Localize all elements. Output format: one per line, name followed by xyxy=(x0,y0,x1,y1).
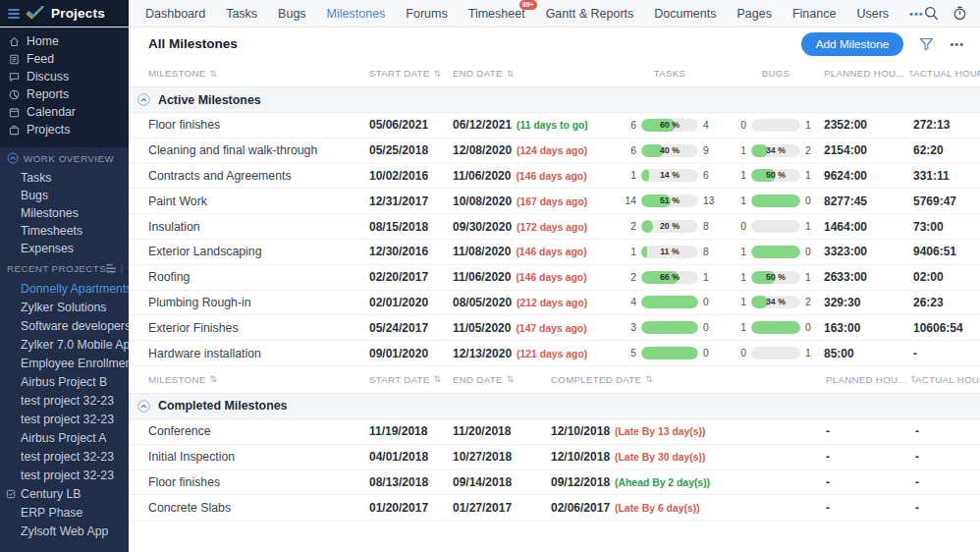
tasks-progress: 266 %1 xyxy=(612,271,728,284)
topnav-item-gantt-reports[interactable]: Gantt & Reports xyxy=(546,7,634,21)
recent-project-item[interactable]: Donnelly Apartments C xyxy=(0,279,129,298)
col-header-milestone[interactable]: MILESTONE⇅ xyxy=(129,374,369,385)
milestone-row[interactable]: Exterior Finishes05/24/201711/05/2020(14… xyxy=(129,315,980,341)
milestone-name[interactable]: Insulation xyxy=(129,220,369,234)
topnav-item-documents[interactable]: Documents xyxy=(654,7,716,21)
milestone-row[interactable]: Floor finishes05/06/202106/12/2021(11 da… xyxy=(129,113,980,138)
milestone-name[interactable]: Concrete Slabs xyxy=(129,501,369,515)
project-icon xyxy=(6,489,16,499)
topnav-item-tasks[interactable]: Tasks xyxy=(226,7,257,21)
col-header-milestone[interactable]: MILESTONE⇅ xyxy=(129,68,369,79)
completed-milestones-section[interactable]: Completed Milestones xyxy=(129,394,980,419)
sidebar-item-timesheets[interactable]: Timesheets xyxy=(0,222,129,240)
milestone-name[interactable]: Contracts and Agreements xyxy=(129,169,369,183)
recent-project-item[interactable]: test project 32-23 xyxy=(0,410,129,428)
col-header-start-date[interactable]: START DATE⇅ xyxy=(369,68,453,79)
bugs-progress: 10 xyxy=(728,321,824,334)
milestone-row[interactable]: Hardware installation09/01/202012/13/202… xyxy=(129,341,980,366)
completed-date: 12/10/2018 xyxy=(551,424,610,438)
col-header-end-date[interactable]: END DATE⇅ xyxy=(453,374,551,385)
sidebar-item-home[interactable]: Home xyxy=(0,32,129,50)
recent-project-item[interactable]: Airbus Project A xyxy=(0,428,129,447)
col-header-planned-hours[interactable]: PLANNED HOU...⇅ xyxy=(824,68,913,79)
due-note: (146 days ago) xyxy=(516,247,586,257)
milestone-name[interactable]: Paint Work xyxy=(129,194,369,208)
topnav-more-icon[interactable]: ••• xyxy=(909,8,924,20)
add-milestone-button[interactable]: Add Milestone xyxy=(801,32,904,56)
col-header-end-date[interactable]: END DATE⇅ xyxy=(453,68,612,79)
recent-project-item[interactable]: Zylker Solutions xyxy=(0,298,129,316)
milestone-row[interactable]: Concrete Slabs01/20/201701/27/201702/06/… xyxy=(129,495,980,521)
milestone-name[interactable]: Hardware installation xyxy=(129,347,369,360)
filter-icon[interactable] xyxy=(919,37,934,51)
recent-project-item[interactable]: test project 32-23 xyxy=(0,466,129,484)
milestone-name[interactable]: Plumbing Rough-in xyxy=(129,296,369,309)
milestone-name[interactable]: Roofing xyxy=(129,270,369,284)
sidebar-item-feed[interactable]: Feed xyxy=(0,50,129,68)
topnav-item-milestones[interactable]: Milestones xyxy=(327,7,386,21)
milestone-row[interactable]: Plumbing Rough-in02/01/202008/05/2020(21… xyxy=(129,291,980,316)
milestone-row[interactable]: Roofing02/20/201711/06/2020(146 days ago… xyxy=(129,265,980,291)
recent-project-item[interactable]: Zylker 7.0 Mobile App xyxy=(0,335,129,354)
col-header-actual-hours[interactable]: ACTUAL HOUR...⇅ xyxy=(913,68,980,79)
recent-project-item[interactable]: test project 32-23 xyxy=(0,447,129,466)
col-header-completed-date[interactable]: COMPLETED DATE⇅ xyxy=(551,374,826,385)
app-window: Projects DashboardTasksBugsMilestonesFor… xyxy=(0,0,980,552)
sidebar-item-expenses[interactable]: Expenses xyxy=(0,240,129,257)
active-milestones-section[interactable]: Active Milestones xyxy=(129,87,980,113)
sidebar-item-discuss[interactable]: Discuss xyxy=(0,68,129,85)
hamburger-menu-icon[interactable] xyxy=(8,9,20,19)
col-header-start-date[interactable]: START DATE⇅ xyxy=(369,374,453,385)
progress-bar: 34 % xyxy=(751,296,800,308)
progress-percent: 34 % xyxy=(751,296,800,308)
topnav-item-forums[interactable]: Forums xyxy=(406,7,447,21)
planned-hours: 8277:45 xyxy=(824,194,913,208)
sidebar-item-tasks[interactable]: Tasks xyxy=(0,169,129,187)
col-header-planned-hours[interactable]: PLANNED HOU...⇅ xyxy=(826,374,915,385)
recent-project-item[interactable]: ERP Phase xyxy=(0,503,129,522)
milestone-name[interactable]: Exterior Landscaping xyxy=(129,245,369,258)
milestone-name[interactable]: Exterior Finishes xyxy=(129,321,369,335)
milestone-name[interactable]: Conference xyxy=(129,424,369,438)
milestone-row[interactable]: Insulation08/15/201809/30/2020(172 days … xyxy=(129,214,980,240)
search-icon[interactable] xyxy=(924,6,940,22)
milestone-row[interactable]: Contracts and Agreements10/02/201611/06/… xyxy=(129,164,980,190)
timer-icon[interactable] xyxy=(953,6,968,22)
sidebar-item-calendar[interactable]: Calendar xyxy=(0,103,129,121)
milestone-row[interactable]: Exterior Landscaping12/30/201611/08/2020… xyxy=(129,240,980,265)
sidebar-item-milestones[interactable]: Milestones xyxy=(0,204,129,222)
sidebar-section-recent-projects: RECENT PROJECTS | xyxy=(0,257,129,279)
topnav-item-finance[interactable]: Finance xyxy=(792,7,836,21)
open-count: 0 xyxy=(703,348,709,359)
sidebar-item-projects[interactable]: Projects xyxy=(0,121,129,138)
topnav-item-pages[interactable]: Pages xyxy=(737,7,772,21)
topnav-item-users[interactable]: Users xyxy=(856,7,889,21)
project-list-icon[interactable] xyxy=(106,264,117,273)
milestone-row[interactable]: Initial Inspection04/01/201810/27/201812… xyxy=(129,445,980,470)
recent-project-item[interactable]: Employee Enrollment xyxy=(0,354,129,372)
sidebar-section-work-overview[interactable]: WORK OVERVIEW xyxy=(0,147,129,169)
milestone-row[interactable]: Conference11/19/201811/20/201812/10/2018… xyxy=(129,419,980,445)
milestone-name[interactable]: Cleaning and final walk-through xyxy=(129,143,369,157)
recent-project-item[interactable]: Zylsoft Web App xyxy=(0,522,129,540)
more-options-icon[interactable]: ••• xyxy=(950,38,964,50)
topnav-item-timesheet[interactable]: Timesheet99+ xyxy=(468,7,525,21)
recent-project-item[interactable]: test project 32-23 xyxy=(0,391,129,410)
recent-project-item[interactable]: Software developers re xyxy=(0,316,129,335)
topnav-item-dashboard[interactable]: Dashboard xyxy=(145,7,205,21)
milestone-name[interactable]: Initial Inspection xyxy=(129,450,369,464)
col-header-actual-hours[interactable]: ACTUAL HOUR...⇅ xyxy=(915,374,980,385)
topnav-item-bugs[interactable]: Bugs xyxy=(278,7,306,21)
collapse-section-icon xyxy=(137,400,150,413)
sidebar-item-bugs[interactable]: Bugs xyxy=(0,187,129,204)
milestone-name[interactable]: Floor finishes xyxy=(129,475,369,489)
milestone-row[interactable]: Paint Work12/31/201710/08/2020(167 days … xyxy=(129,189,980,214)
milestone-row[interactable]: Floor finishes08/13/201809/14/201809/12/… xyxy=(129,470,980,496)
milestone-name[interactable]: Floor finishes xyxy=(129,118,369,132)
closed-count: 2 xyxy=(630,221,636,232)
recent-project-item[interactable]: Airbus Project B xyxy=(0,372,129,391)
recent-project-item[interactable]: Century LB xyxy=(0,484,129,503)
sidebar-item-reports[interactable]: Reports xyxy=(0,85,129,103)
milestone-row[interactable]: Cleaning and final walk-through05/25/201… xyxy=(129,138,980,164)
start-date: 05/25/2018 xyxy=(369,143,453,157)
